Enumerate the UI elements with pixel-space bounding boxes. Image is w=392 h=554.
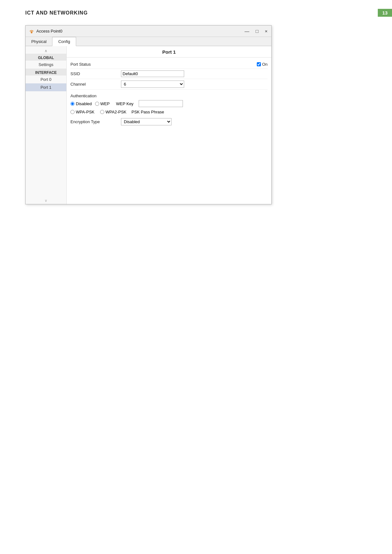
wep-key-label: WEP Key <box>116 101 133 106</box>
tab-physical[interactable]: Physical <box>26 37 52 46</box>
auth-wpa-psk-text: WPA-PSK <box>76 110 94 114</box>
ssid-value-container <box>121 70 268 77</box>
auth-wep-text: WEP <box>100 101 110 106</box>
auth-radio-row-1: Disabled WEP WEP Key <box>70 99 268 108</box>
encryption-type-row: Encryption Type Disabled WEP TKIP AES <box>70 116 268 127</box>
window-controls: — □ × <box>244 29 268 33</box>
tab-bar: Physical Config <box>26 37 271 46</box>
close-button[interactable]: × <box>264 29 268 33</box>
sidebar-section-interface: INTERFACE <box>26 69 66 75</box>
window-title-text: Access Point0 <box>36 29 62 33</box>
sidebar-scroll-up[interactable]: ∧ <box>26 48 66 54</box>
svg-point-0 <box>31 32 33 33</box>
access-point-icon <box>29 28 34 34</box>
page-number: 13 <box>378 9 392 17</box>
tab-config[interactable]: Config <box>52 37 76 46</box>
ssid-label: SSID <box>70 71 121 76</box>
auth-wpa2-psk-radio[interactable] <box>100 110 104 114</box>
form-area: Port Status On SSID Channel <box>67 57 271 130</box>
auth-wep-label[interactable]: WEP <box>95 101 110 106</box>
sidebar-scroll-down[interactable]: ∨ <box>26 197 66 204</box>
port-status-checkbox[interactable] <box>257 62 261 66</box>
auth-wpa2-psk-text: WPA2-PSK <box>106 110 126 114</box>
psk-pass-phrase-label: PSK Pass Phrase <box>131 110 164 114</box>
auth-disabled-radio[interactable] <box>70 102 75 106</box>
auth-disabled-text: Disabled <box>76 101 92 106</box>
encryption-type-label: Encryption Type <box>70 119 121 124</box>
page-title: ICT AND NETWORKING <box>25 10 88 16</box>
restore-button[interactable]: □ <box>255 29 259 33</box>
window-title-left: Access Point0 <box>29 28 62 34</box>
sidebar-item-settings[interactable]: Settings <box>26 61 66 69</box>
port-status-label: Port Status <box>70 62 257 67</box>
authentication-section: Authentication Disabled WEP WEP Key <box>70 90 268 116</box>
window-titlebar: Access Point0 — □ × <box>26 26 271 37</box>
auth-wep-radio[interactable] <box>95 102 99 106</box>
ssid-row: SSID <box>70 69 268 79</box>
auth-wpa-psk-radio[interactable] <box>70 110 75 114</box>
channel-select[interactable]: 6 1 2 3 4 5 7 8 9 10 11 <box>121 81 184 88</box>
channel-label: Channel <box>70 82 121 87</box>
port-status-on-label: On <box>262 62 268 67</box>
sidebar: ∧ GLOBAL Settings INTERFACE Port 0 Port … <box>26 46 67 204</box>
port-status-row: Port Status On <box>70 60 268 69</box>
sidebar-item-port0[interactable]: Port 0 <box>26 75 66 83</box>
access-point-window: Access Point0 — □ × Physical Config ∧ GL… <box>25 25 272 204</box>
ssid-input[interactable] <box>121 70 184 77</box>
channel-row: Channel 6 1 2 3 4 5 7 8 9 10 <box>70 79 268 90</box>
auth-wpa2-psk-label[interactable]: WPA2-PSK <box>100 110 126 114</box>
auth-radio-row-2: WPA-PSK WPA2-PSK PSK Pass Phrase <box>70 108 268 116</box>
port-status-checkbox-label[interactable]: On <box>257 62 268 67</box>
encryption-type-select[interactable]: Disabled WEP TKIP AES <box>121 118 172 125</box>
minimize-button[interactable]: — <box>244 29 250 33</box>
authentication-label: Authentication <box>70 92 268 99</box>
channel-value-container: 6 1 2 3 4 5 7 8 9 10 11 <box>121 81 268 88</box>
port-header: Port 1 <box>67 46 271 57</box>
auth-wpa-psk-label[interactable]: WPA-PSK <box>70 110 94 114</box>
sidebar-section-global: GLOBAL <box>26 54 66 61</box>
sidebar-item-port1[interactable]: Port 1 <box>26 83 66 91</box>
wep-key-input[interactable] <box>139 100 183 107</box>
main-content: Port 1 Port Status On SSID <box>67 46 271 204</box>
window-body: ∧ GLOBAL Settings INTERFACE Port 0 Port … <box>26 46 271 204</box>
auth-disabled-label[interactable]: Disabled <box>70 101 92 106</box>
